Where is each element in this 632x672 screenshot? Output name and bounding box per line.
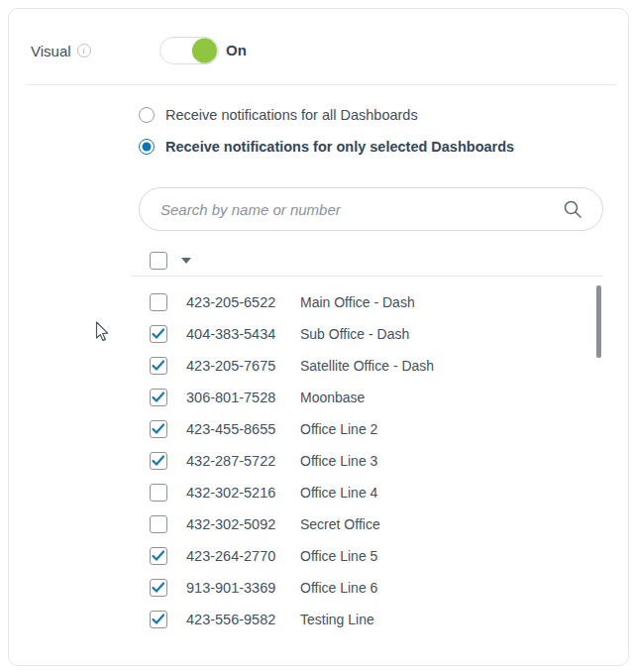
dashboard-row[interactable]: 423-205-7675 Satellite Office - Dash [150, 350, 595, 382]
row-checkbox[interactable] [150, 547, 167, 565]
dashboard-row[interactable]: 432-287-5722 Office Line 3 [150, 445, 595, 477]
row-checkbox[interactable] [150, 484, 167, 502]
select-options-caret-icon[interactable] [181, 258, 191, 264]
dashboard-list: 423-205-6522 Main Office - Dash 404-383-… [150, 286, 595, 635]
row-number: 423-455-8655 [186, 421, 300, 437]
row-name: Moonbase [300, 390, 365, 405]
visual-label: Visual [31, 43, 71, 59]
row-checkbox[interactable] [150, 420, 167, 438]
row-checkbox[interactable] [150, 357, 167, 375]
radio-option-selected-dashboards[interactable]: Receive notifications for only selected … [139, 139, 514, 155]
row-name: Testing Line [300, 612, 374, 627]
row-name: Office Line 3 [300, 453, 377, 469]
row-checkbox[interactable] [150, 515, 167, 533]
dashboard-row[interactable]: 423-205-6522 Main Office - Dash [150, 286, 595, 318]
radio-circle [139, 139, 155, 155]
row-name: Office Line 6 [300, 580, 377, 596]
list-scrollbar[interactable] [596, 285, 601, 358]
info-icon[interactable]: i [77, 44, 91, 57]
row-name: Main Office - Dash [300, 294, 415, 310]
search-input[interactable] [140, 201, 563, 218]
row-checkbox[interactable] [150, 579, 167, 597]
row-number: 423-264-2770 [186, 548, 300, 564]
notification-settings-panel: Visual i On Receive notifications for al… [8, 8, 629, 666]
visual-toggle[interactable] [159, 37, 219, 64]
dashboard-row[interactable]: 432-302-5092 Secret Office [150, 508, 595, 540]
row-name: Office Line 5 [300, 548, 377, 564]
row-checkbox[interactable] [150, 325, 167, 343]
row-checkbox[interactable] [150, 389, 167, 406]
row-name: Office Line 4 [300, 485, 377, 501]
visual-setting-row: Visual i On [31, 37, 91, 64]
dashboard-row[interactable]: 306-801-7528 Moonbase [150, 382, 595, 413]
radio-label: Receive notifications for only selected … [165, 139, 514, 155]
row-name: Office Line 2 [300, 421, 377, 437]
dashboard-row[interactable]: 432-302-5216 Office Line 4 [150, 477, 595, 508]
row-number: 423-556-9582 [186, 612, 300, 627]
row-name: Satellite Office - Dash [300, 358, 434, 374]
toggle-knob [192, 39, 217, 63]
row-number: 432-287-5722 [186, 453, 300, 469]
row-number: 404-383-5434 [186, 326, 300, 342]
row-number: 306-801-7528 [186, 390, 300, 405]
row-number: 423-205-7675 [186, 358, 300, 374]
dashboard-row[interactable]: 913-901-3369 Office Line 6 [150, 572, 595, 604]
list-divider [131, 276, 603, 277]
search-icon [563, 199, 582, 219]
row-name: Sub Office - Dash [300, 326, 409, 342]
dashboard-row[interactable]: 423-455-8655 Office Line 2 [150, 413, 595, 445]
row-name: Secret Office [300, 516, 380, 532]
section-divider [27, 84, 615, 85]
radio-label: Receive notifications for all Dashboards [165, 107, 418, 123]
select-all-checkbox[interactable] [150, 252, 167, 270]
toggle-state-label: On [226, 42, 247, 58]
row-number: 432-302-5216 [186, 485, 300, 501]
select-all-row [150, 252, 191, 270]
row-checkbox[interactable] [150, 293, 167, 311]
row-checkbox[interactable] [150, 452, 167, 470]
row-number: 913-901-3369 [186, 580, 300, 596]
radio-circle [139, 107, 155, 123]
row-number: 423-205-6522 [186, 294, 300, 310]
dashboard-row[interactable]: 423-264-2770 Office Line 5 [150, 540, 595, 572]
dashboard-row[interactable]: 423-556-9582 Testing Line [150, 604, 595, 635]
radio-option-all-dashboards[interactable]: Receive notifications for all Dashboards [139, 107, 418, 123]
search-box [139, 187, 603, 231]
dashboard-row[interactable]: 404-383-5434 Sub Office - Dash [150, 318, 595, 350]
row-checkbox[interactable] [150, 611, 167, 628]
row-number: 432-302-5092 [186, 516, 300, 532]
